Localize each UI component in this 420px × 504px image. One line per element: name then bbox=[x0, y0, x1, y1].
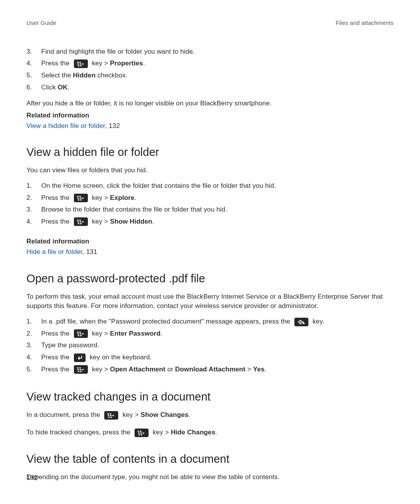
step-text: Press the key on the keyboard. bbox=[41, 353, 394, 362]
section-view-hidden: View a hidden file or folder You can vie… bbox=[26, 144, 394, 257]
step-number: 2. bbox=[26, 193, 41, 203]
svg-point-42 bbox=[138, 430, 140, 432]
related-link-row: View a hidden file or folder, 132 bbox=[26, 121, 394, 131]
step-number: 4. bbox=[26, 353, 41, 362]
svg-point-41 bbox=[110, 416, 112, 418]
svg-point-12 bbox=[77, 199, 79, 200]
svg-point-14 bbox=[77, 220, 79, 221]
svg-point-9 bbox=[77, 198, 79, 199]
step-number: 1. bbox=[26, 317, 41, 327]
svg-point-40 bbox=[108, 416, 110, 418]
svg-point-32 bbox=[82, 369, 84, 370]
header-right: Files and attachments bbox=[336, 19, 394, 27]
related-link-row: Hide a file or folder, 131 bbox=[26, 247, 394, 257]
svg-point-0 bbox=[77, 61, 79, 63]
step-text: Press the key > Properties. bbox=[41, 59, 394, 68]
step-text: Press the key > Open Attachment or Downl… bbox=[41, 365, 394, 374]
menu-key-icon bbox=[104, 411, 118, 420]
section-heading: Open a password-protected .pdf file bbox=[26, 270, 394, 287]
step-number: 5. bbox=[26, 71, 41, 80]
svg-point-36 bbox=[110, 413, 112, 414]
svg-point-13 bbox=[80, 199, 82, 200]
svg-point-27 bbox=[80, 335, 82, 336]
menu-key-icon bbox=[74, 217, 88, 226]
back-key-icon bbox=[294, 318, 308, 326]
step-number: 4. bbox=[26, 217, 41, 227]
section-open-pdf: Open a password-protected .pdf file To p… bbox=[26, 270, 394, 376]
svg-point-28 bbox=[77, 368, 79, 369]
section-intro: You can view files or folders that you h… bbox=[26, 166, 394, 175]
svg-point-38 bbox=[110, 415, 112, 416]
step-text: Select the Hidden checkbox. bbox=[41, 71, 394, 80]
intro-after: After you hide a file or folder, it is n… bbox=[26, 99, 394, 108]
section-heading: View tracked changes in a document bbox=[26, 388, 394, 405]
enter-key-icon bbox=[74, 354, 86, 362]
step-number: 3. bbox=[26, 205, 41, 215]
svg-point-39 bbox=[112, 415, 114, 416]
step-text: Press the key > Explore. bbox=[41, 193, 394, 203]
svg-point-21 bbox=[77, 332, 79, 333]
para: To hide tracked changes, press the key >… bbox=[26, 428, 394, 438]
svg-point-15 bbox=[79, 220, 81, 221]
svg-point-19 bbox=[77, 223, 79, 224]
svg-point-25 bbox=[82, 333, 84, 334]
svg-point-45 bbox=[140, 432, 142, 433]
svg-point-6 bbox=[80, 65, 82, 66]
step-text: In a .pdf file, when the "Password prote… bbox=[41, 317, 394, 327]
step-number: 1. bbox=[26, 181, 41, 191]
svg-point-23 bbox=[77, 333, 79, 334]
svg-point-7 bbox=[77, 196, 79, 197]
menu-key-icon bbox=[74, 329, 88, 338]
related-page-ref: 132 bbox=[107, 122, 120, 130]
section-heading: View the table of contents in a document bbox=[26, 451, 394, 467]
step-text: Press the key > Show Hidden. bbox=[41, 217, 394, 227]
svg-point-35 bbox=[107, 413, 109, 414]
svg-point-11 bbox=[82, 198, 84, 199]
svg-point-16 bbox=[77, 221, 79, 222]
menu-key-icon bbox=[135, 429, 149, 437]
svg-point-17 bbox=[79, 221, 81, 222]
svg-point-10 bbox=[79, 198, 81, 199]
para: In a document, press the key > Show Chan… bbox=[26, 410, 394, 420]
related-link[interactable]: Hide a file or folder, bbox=[26, 248, 84, 256]
page-number: 132 bbox=[26, 473, 38, 483]
svg-point-26 bbox=[77, 335, 79, 336]
svg-point-43 bbox=[140, 430, 142, 432]
section-toc: View the table of contents in a document… bbox=[26, 451, 394, 482]
related-info-heading: Related information bbox=[26, 237, 394, 247]
menu-key-icon bbox=[74, 365, 88, 374]
svg-point-2 bbox=[77, 63, 79, 65]
svg-point-4 bbox=[82, 63, 84, 65]
sect2-steps: 1. In a .pdf file, when the "Password pr… bbox=[26, 316, 394, 375]
svg-point-8 bbox=[79, 196, 81, 197]
step-text: Type the password. bbox=[41, 341, 394, 350]
document-page: User Guide Files and attachments 3. Find… bbox=[0, 0, 420, 504]
step-number: 6. bbox=[26, 83, 41, 93]
svg-point-44 bbox=[138, 432, 140, 433]
step-text: Press the key > Enter Password. bbox=[41, 329, 394, 339]
svg-point-30 bbox=[77, 369, 79, 370]
step-text: On the Home screen, click the folder tha… bbox=[41, 181, 394, 191]
svg-point-29 bbox=[79, 368, 81, 369]
step-number: 2. bbox=[26, 329, 41, 339]
header-left: User Guide bbox=[26, 19, 56, 27]
step-text: Browse to the folder that contains the f… bbox=[41, 205, 394, 215]
step-number: 3. bbox=[26, 47, 41, 57]
intro-steps: 3. Find and highlight the file or folder… bbox=[26, 46, 394, 94]
step-number: 4. bbox=[26, 59, 41, 68]
svg-point-31 bbox=[79, 369, 81, 370]
svg-point-18 bbox=[82, 221, 84, 222]
section-heading: View a hidden file or folder bbox=[26, 144, 394, 160]
related-link[interactable]: View a hidden file or folder, bbox=[26, 122, 107, 130]
svg-point-34 bbox=[80, 371, 82, 372]
step-number: 3. bbox=[26, 341, 41, 350]
menu-key-icon bbox=[74, 194, 88, 202]
svg-point-3 bbox=[79, 63, 81, 65]
related-page-ref: 131 bbox=[84, 248, 98, 256]
svg-point-22 bbox=[79, 332, 81, 333]
step-text: Find and highlight the file or folder yo… bbox=[41, 47, 394, 57]
svg-point-1 bbox=[79, 61, 81, 63]
svg-point-5 bbox=[77, 65, 79, 66]
step-number: 5. bbox=[26, 365, 41, 374]
svg-point-33 bbox=[77, 371, 79, 372]
